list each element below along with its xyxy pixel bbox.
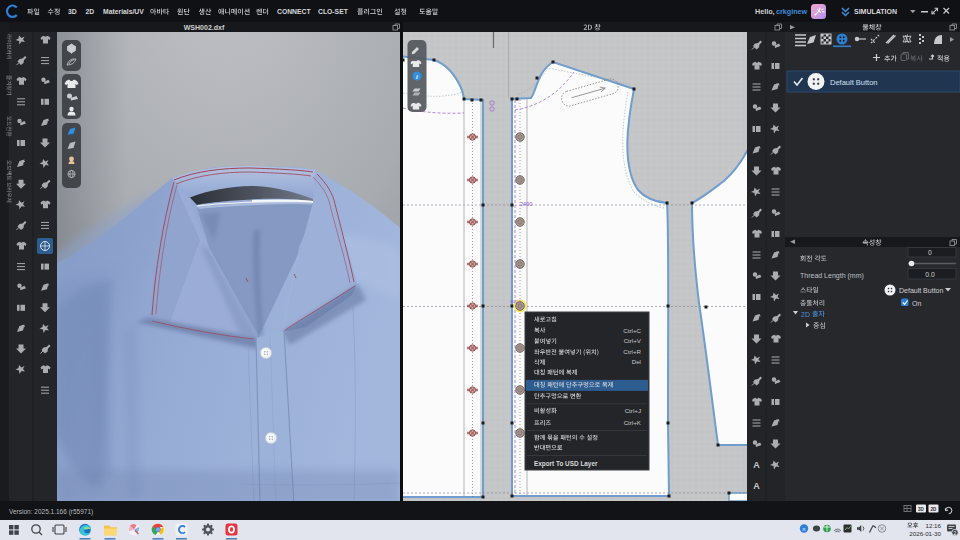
- svg-text:Ctrl+J: Ctrl+J: [625, 407, 641, 414]
- svg-text:Ctrl+V: Ctrl+V: [624, 337, 642, 344]
- svg-text:Del: Del: [632, 358, 641, 365]
- svg-text:2: 2: [954, 530, 957, 536]
- svg-text:A: A: [753, 481, 760, 491]
- svg-text:Export To USD Layer: Export To USD Layer: [534, 460, 598, 468]
- svg-text:crkginew: crkginew: [776, 7, 808, 16]
- svg-text:Materials/UV: Materials/UV: [103, 8, 144, 15]
- svg-text:Thread Length (mm): Thread Length (mm): [800, 272, 864, 280]
- svg-text:12:16: 12:16: [926, 522, 942, 529]
- svg-text:i: i: [416, 73, 418, 80]
- svg-text:0: 0: [928, 249, 932, 256]
- svg-text:Ctrl+K: Ctrl+K: [624, 419, 642, 426]
- svg-text:WSH002.dxf: WSH002.dxf: [184, 24, 225, 31]
- svg-text:CLO-SET: CLO-SET: [318, 8, 349, 15]
- svg-text:2D: 2D: [801, 311, 810, 318]
- svg-text:50|2.0: 50|2.0: [510, 299, 522, 304]
- svg-text:Hello,: Hello,: [755, 7, 775, 16]
- svg-text:CONNECT: CONNECT: [277, 8, 311, 15]
- svg-text:Ctrl+C: Ctrl+C: [623, 327, 641, 334]
- svg-text:2D: 2D: [931, 507, 938, 512]
- svg-text:3D: 3D: [918, 507, 925, 512]
- svg-text:Ctrl+R: Ctrl+R: [623, 348, 641, 355]
- svg-text:2D: 2D: [86, 8, 95, 15]
- svg-text:A: A: [753, 460, 760, 470]
- svg-text:0.0: 0.0: [925, 271, 935, 278]
- svg-text:On: On: [912, 300, 921, 307]
- svg-text:Version: 2025.1.166 (r55971): Version: 2025.1.166 (r55971): [9, 508, 93, 516]
- svg-text:Default Button: Default Button: [830, 78, 878, 87]
- svg-text:SIMULATION: SIMULATION: [854, 8, 897, 15]
- svg-text:Default Button: Default Button: [899, 287, 943, 294]
- svg-text:2400: 2400: [520, 201, 532, 207]
- svg-text:2026-01-30: 2026-01-30: [909, 530, 941, 537]
- svg-text:n: n: [803, 526, 806, 532]
- svg-text:3D: 3D: [68, 8, 77, 15]
